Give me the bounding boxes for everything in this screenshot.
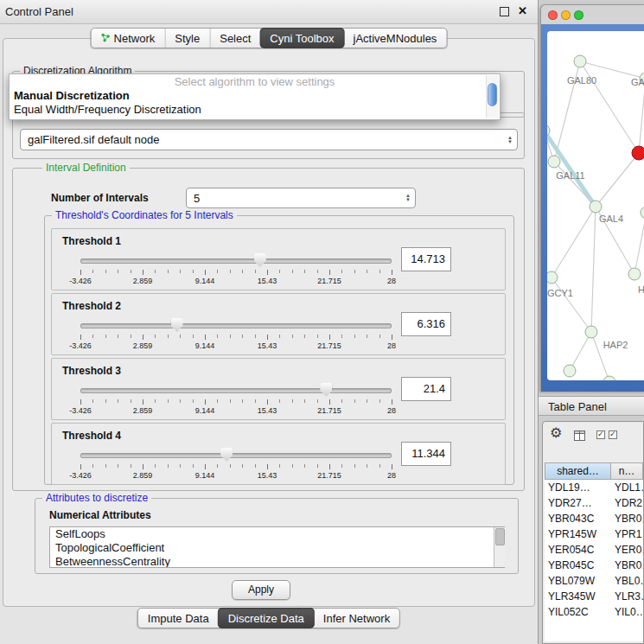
table-row[interactable]: YDR27…YDR2… — [545, 495, 643, 511]
table-row[interactable]: YDL19…YDL1… — [545, 480, 643, 495]
network-node[interactable] — [574, 55, 586, 67]
threshold-value-field[interactable]: 11.344 — [401, 442, 451, 466]
threshold-slider[interactable]: -3.4262.8599.14415.4321.71528 — [80, 252, 392, 287]
table-row[interactable]: YER054CYER0… — [545, 542, 643, 558]
table-columns-icon[interactable] — [574, 429, 585, 444]
table-data-select[interactable]: galFiltered.sif default node ▲▼ — [20, 129, 518, 150]
popup-scroll-thumb[interactable] — [488, 83, 497, 106]
tab-label: jActiveMNodules — [354, 32, 437, 45]
table-cell: YDL19… — [548, 480, 590, 495]
network-edge[interactable] — [552, 207, 596, 277]
network-node[interactable] — [590, 201, 602, 213]
table-row[interactable]: YIL052CYIL0… — [545, 604, 643, 620]
threshold-value-field[interactable]: 21.4 — [401, 377, 451, 401]
network-edge[interactable] — [639, 79, 644, 153]
slider-thumb[interactable] — [171, 318, 183, 332]
network-node-label: GAL4 — [599, 214, 623, 224]
threshold-value-field[interactable]: 6.316 — [401, 312, 451, 336]
zoom-traffic-light-icon[interactable] — [574, 10, 583, 20]
combo-stepper-icon: ▲▼ — [507, 130, 513, 150]
threshold-value-field[interactable]: 14.713 — [401, 247, 451, 271]
attributes-scroll-thumb[interactable] — [495, 528, 505, 545]
network-edge[interactable] — [591, 207, 596, 332]
apply-button[interactable]: Apply — [232, 580, 290, 600]
slider-thumb[interactable] — [220, 448, 233, 462]
tab-cyni-toolbox[interactable]: Cyni Toolbox — [259, 28, 344, 48]
threshold-panel: Threshold 4-3.4262.8599.14415.4321.71528… — [51, 423, 506, 485]
tab-infer-network[interactable]: Infer Network — [314, 609, 399, 628]
tab-jactivemnodules[interactable]: jActiveMNodules — [344, 29, 447, 48]
combo-stepper-icon: ▲▼ — [405, 188, 411, 207]
table-row[interactable]: YBR045CYBR0… — [545, 558, 643, 573]
column-header-name[interactable]: n… — [611, 462, 643, 480]
network-icon — [101, 32, 111, 45]
tab-network[interactable]: Network — [92, 29, 165, 48]
network-node[interactable] — [603, 376, 615, 380]
close-traffic-light-icon[interactable] — [548, 10, 558, 20]
network-canvas[interactable]: GAL80GAL11GAL4GCY1HHAP2GA — [547, 31, 644, 380]
network-node-label: GAL11 — [556, 170, 584, 181]
tab-select[interactable]: Select — [209, 29, 260, 48]
tab-style[interactable]: Style — [164, 29, 209, 48]
table-cell: YBL079W — [548, 573, 595, 589]
close-icon[interactable]: ✕ — [518, 4, 527, 17]
threshold-slider[interactable]: -3.4262.8599.14415.4321.71528 — [80, 447, 392, 481]
network-node[interactable] — [632, 146, 644, 160]
table-toolbar: ⚙ ✓ ✓ — [543, 422, 643, 448]
number-of-intervals-select[interactable]: 5 ▲▼ — [186, 188, 416, 208]
table-row[interactable]: YLR345WYLR3… — [545, 589, 643, 604]
network-node-label: HAP2 — [603, 340, 628, 350]
tab-label: Style — [175, 32, 200, 45]
thresholds-group: Threshold's Coordinates for 5 Intervals … — [44, 215, 514, 485]
network-edge[interactable] — [554, 162, 596, 207]
threshold-panel: Threshold 3-3.4262.8599.14415.4321.71528… — [51, 358, 506, 420]
network-node[interactable] — [548, 156, 560, 168]
network-edge[interactable] — [547, 131, 596, 207]
gear-icon[interactable]: ⚙ — [550, 424, 562, 441]
select-none-checkbox-icon[interactable]: ✓ — [609, 430, 617, 439]
popup-scrollbar[interactable] — [486, 75, 499, 118]
tab-discretize-data[interactable]: Discretize Data — [218, 608, 315, 628]
attribute-list-item[interactable]: BetweennessCentrality — [50, 555, 504, 568]
network-edge[interactable] — [634, 213, 644, 274]
column-header-shared[interactable]: shared… — [545, 462, 611, 480]
number-of-intervals-label: Number of Intervals — [51, 192, 149, 204]
minimize-traffic-light-icon[interactable] — [561, 10, 571, 20]
network-node[interactable] — [628, 268, 641, 280]
popup-item-equal-width-frequency[interactable]: Equal Width/Frequency Discretization — [14, 103, 201, 116]
float-window-icon[interactable] — [500, 7, 509, 16]
table-cell: YIL0… — [615, 604, 643, 620]
network-node[interactable] — [547, 271, 558, 284]
table-row[interactable]: YBL079WYBL0… — [545, 573, 643, 589]
network-edge[interactable] — [596, 153, 639, 207]
threshold-slider[interactable]: -3.4262.8599.14415.4321.71528 — [80, 382, 392, 417]
table-row[interactable]: YPR145WYPR1… — [545, 526, 643, 542]
network-window: GAL80GAL11GAL4GCY1HHAP2GA — [540, 4, 644, 392]
table-column-headers: shared… n… — [545, 462, 643, 480]
control-panel: Control Panel ✕ NetworkStyleSelectCyni T… — [0, 0, 539, 644]
number-of-intervals-value: 5 — [194, 192, 200, 205]
table-row[interactable]: YBR043CYBR0… — [545, 511, 643, 526]
threshold-slider[interactable]: -3.4262.8599.14415.4321.71528 — [80, 317, 392, 352]
network-edge[interactable] — [570, 332, 591, 371]
attribute-list-item[interactable]: SelfLoops — [50, 527, 504, 541]
network-node[interactable] — [641, 207, 644, 219]
network-edge[interactable] — [552, 277, 591, 332]
select-all-checkbox-icon[interactable]: ✓ — [596, 430, 605, 439]
slider-thumb[interactable] — [254, 253, 266, 267]
network-node[interactable] — [564, 365, 576, 377]
network-node[interactable] — [547, 124, 550, 137]
threshold-label: Threshold 3 — [62, 365, 121, 377]
table-cell: YLR3… — [615, 589, 643, 604]
attributes-scrollbar[interactable] — [494, 527, 505, 567]
table-window: ⚙ ✓ ✓ shared… n… YDL19…YDL1…YDR27…YDR2…Y… — [542, 421, 644, 644]
threshold-panel: Threshold 1-3.4262.8599.14415.4321.71528… — [51, 228, 506, 290]
slider-thumb[interactable] — [320, 383, 332, 397]
table-cell: YBL0… — [615, 573, 643, 589]
tab-label: Discretize Data — [228, 612, 304, 625]
attributes-list[interactable]: SelfLoopsTopologicalCoefficientBetweenne… — [49, 526, 505, 568]
tab-impute-data[interactable]: Impute Data — [138, 609, 219, 628]
network-node[interactable] — [585, 326, 597, 338]
popup-item-manual-discretization[interactable]: Manual Discretization — [14, 89, 130, 102]
attribute-list-item[interactable]: TopologicalCoefficient — [50, 541, 504, 555]
